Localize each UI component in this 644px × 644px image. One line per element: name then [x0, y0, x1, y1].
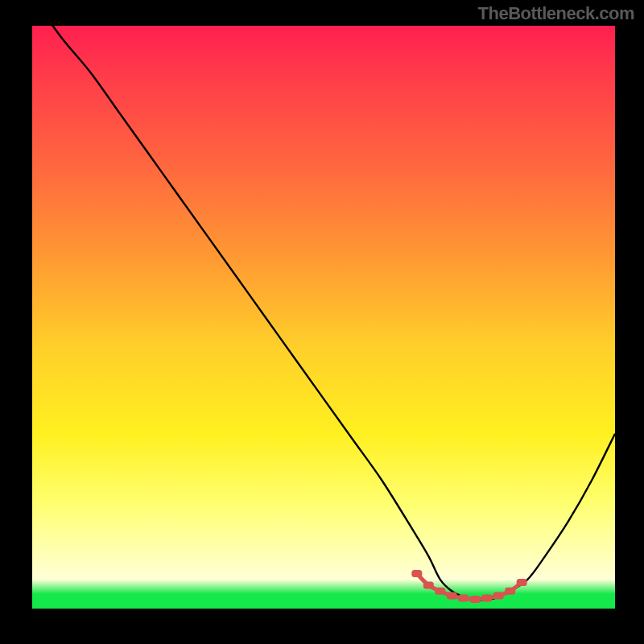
- optimal-marker: [493, 592, 504, 600]
- optimal-marker: [505, 588, 515, 595]
- chart-container: TheBottleneck.com: [0, 0, 644, 644]
- curve-layer: [32, 26, 615, 609]
- optimal-marker: [481, 594, 492, 601]
- watermark-text: TheBottleneck.com: [478, 3, 634, 24]
- optimal-marker: [470, 596, 481, 603]
- optimal-band-markers: [411, 570, 526, 603]
- optimal-marker: [447, 592, 457, 600]
- optimal-marker: [435, 588, 445, 595]
- optimal-marker: [423, 582, 434, 589]
- bottleneck-curve-path: [32, 0, 615, 601]
- plot-area: [32, 26, 615, 609]
- optimal-marker: [458, 594, 469, 601]
- optimal-marker: [411, 570, 422, 577]
- optimal-marker: [517, 579, 527, 586]
